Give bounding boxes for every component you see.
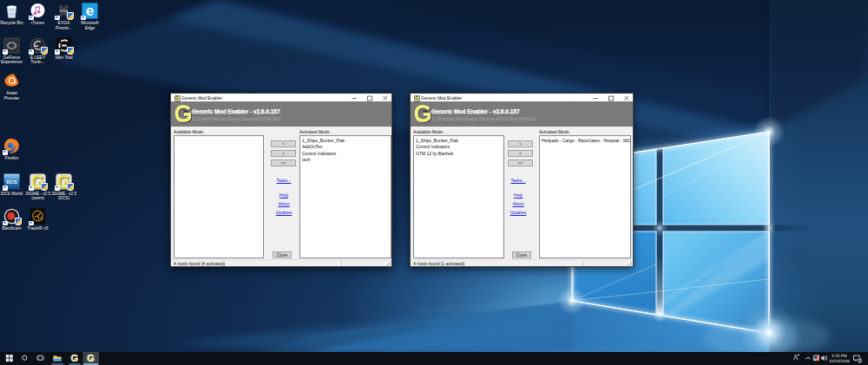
svg-text:2: 2 xyxy=(858,359,861,363)
svg-text:G: G xyxy=(87,353,95,363)
svg-text:9:15 PM: 9:15 PM xyxy=(832,354,847,358)
svg-text:DCS: DCS xyxy=(6,179,17,185)
svg-text:ME: ME xyxy=(183,109,188,114)
svg-text:10/14/2018: 10/14/2018 xyxy=(829,359,850,363)
svg-text:5: 5 xyxy=(41,216,43,221)
svg-text:ME: ME xyxy=(423,109,428,114)
svg-text:G: G xyxy=(70,353,78,363)
svg-text:e: e xyxy=(86,3,94,19)
